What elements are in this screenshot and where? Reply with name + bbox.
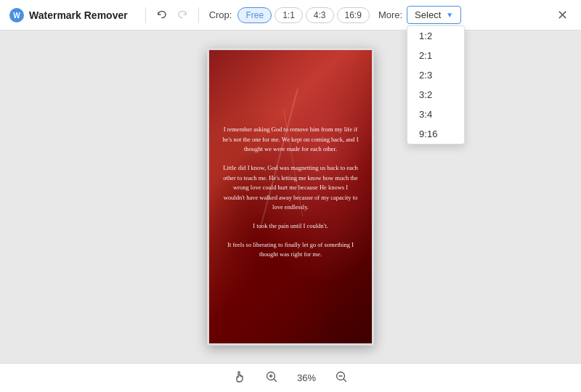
crop-16-9-button[interactable]: 16:9 xyxy=(337,7,370,23)
redo-button[interactable] xyxy=(172,5,192,25)
close-icon: ✕ xyxy=(557,7,568,23)
svg-text:W: W xyxy=(13,12,20,20)
dropdown-menu: 1:2 2:1 2:3 3:2 3:4 9:16 xyxy=(407,25,465,144)
dropdown-item-9-16[interactable]: 9:16 xyxy=(407,124,464,144)
redo-icon xyxy=(176,9,188,21)
hand-tool-button[interactable] xyxy=(229,368,250,388)
close-button[interactable]: ✕ xyxy=(552,5,572,25)
zoom-in-icon xyxy=(265,370,278,386)
canvas-area: I remember asking God to remove him from… xyxy=(0,30,581,363)
zoom-out-icon xyxy=(335,370,348,386)
image-container: I remember asking God to remove him from… xyxy=(207,48,374,346)
image-text-overlay: I remember asking God to remove him from… xyxy=(209,50,372,343)
dropdown-item-1-2[interactable]: 1:2 xyxy=(407,26,464,46)
app-title: Watermark Remover xyxy=(29,9,128,21)
svg-line-8 xyxy=(344,379,346,382)
divider xyxy=(145,7,146,23)
undo-icon xyxy=(156,9,168,21)
svg-line-5 xyxy=(274,379,277,382)
paragraph-3: I took the pain until I couldn't. xyxy=(253,221,328,232)
app-logo: W Watermark Remover xyxy=(9,7,128,23)
toolbar: W Watermark Remover Crop: Free 1:1 4:3 1… xyxy=(0,0,581,30)
select-wrapper: Select ▼ 1:2 2:1 2:3 3:2 3:4 9:16 xyxy=(407,6,461,24)
select-button[interactable]: Select ▼ xyxy=(407,6,461,24)
dropdown-item-3-2[interactable]: 3:2 xyxy=(407,85,464,105)
crop-4-3-button[interactable]: 4:3 xyxy=(306,7,334,23)
dropdown-item-2-3[interactable]: 2:3 xyxy=(407,65,464,85)
crop-label: Crop: xyxy=(209,9,232,20)
dropdown-item-2-1[interactable]: 2:1 xyxy=(407,46,464,65)
zoom-out-button[interactable] xyxy=(331,368,352,388)
paragraph-4: It feels so liberating to finally let go… xyxy=(222,240,359,260)
image-background: I remember asking God to remove him from… xyxy=(207,48,374,346)
paragraph-2: Little did I know, God was magnetting us… xyxy=(222,163,359,213)
zoom-level-display: 36% xyxy=(293,372,320,383)
footer-toolbar: 36% xyxy=(0,363,581,392)
paragraph-1: I remember asking God to remove him from… xyxy=(222,125,359,155)
undo-button[interactable] xyxy=(152,5,172,25)
dropdown-item-3-4[interactable]: 3:4 xyxy=(407,105,464,124)
chevron-down-icon: ▼ xyxy=(446,11,453,19)
divider2 xyxy=(198,7,199,23)
crop-1-1-button[interactable]: 1:1 xyxy=(275,7,303,23)
crop-free-button[interactable]: Free xyxy=(237,7,272,23)
more-label: More: xyxy=(378,9,402,20)
app-logo-icon: W xyxy=(9,7,25,23)
hand-icon xyxy=(233,370,246,386)
select-label: Select xyxy=(415,9,441,20)
zoom-in-button[interactable] xyxy=(261,368,282,388)
